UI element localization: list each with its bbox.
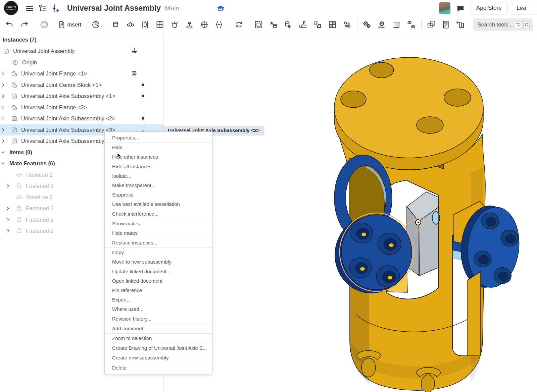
fastened-mate-button[interactable] — [108, 18, 123, 32]
context-menu-item[interactable]: Where used... — [105, 304, 212, 314]
context-menu-item[interactable]: Use best available tessellation — [105, 200, 212, 209]
tree-row-label: Origin — [22, 59, 37, 66]
context-menu-item[interactable]: Delete — [105, 363, 212, 373]
context-menu-item[interactable]: Isolate... — [105, 171, 212, 181]
context-menu-item[interactable]: Create new subassembly — [105, 353, 212, 363]
context-menu-item[interactable]: Hide mates — [105, 228, 212, 238]
dof-icon — [139, 81, 147, 89]
mate-feature-label: Revolute 1 — [26, 172, 53, 178]
chev-right-icon[interactable] — [1, 137, 10, 145]
rack-pinion-button[interactable] — [375, 18, 389, 32]
app-store-button[interactable]: App Store — [471, 2, 507, 14]
top-flange[interactable] — [334, 57, 483, 170]
mate-connector-button[interactable] — [89, 18, 103, 32]
tree-row[interactable]: Origin — [0, 57, 163, 68]
assembly-icon — [2, 47, 10, 55]
tree-row[interactable]: Universal Joint Axle Subassembly <2> — [0, 113, 163, 124]
belt-button[interactable] — [404, 18, 419, 32]
cylindrical-mate-button[interactable] — [197, 18, 212, 32]
flange-bolt-hole — [444, 89, 471, 106]
context-menu-item[interactable]: Pin reference — [105, 286, 212, 295]
context-menu-item[interactable]: Add comment — [105, 324, 212, 334]
context-menu-item[interactable]: Suppress — [105, 190, 212, 200]
chev-right-icon[interactable] — [1, 93, 10, 100]
search-tools-input[interactable]: Search tools... C — [473, 18, 533, 31]
context-menu-item[interactable]: Hide all instances — [105, 162, 212, 171]
context-menu-item[interactable]: Update linked document... — [105, 267, 212, 276]
insert-page-button[interactable]: Insert — [56, 18, 84, 32]
planar-mate-button[interactable] — [153, 18, 167, 32]
group-selection-button[interactable] — [251, 18, 266, 32]
context-menu-item[interactable]: Make transparent... — [105, 181, 212, 190]
revolute-mate-button[interactable] — [123, 18, 138, 32]
toolbar-separator — [421, 19, 422, 30]
learning-center-icon[interactable] — [216, 4, 225, 13]
chev-right-icon[interactable] — [5, 227, 15, 235]
toolbar-separator — [249, 19, 249, 30]
replicate-button[interactable] — [281, 18, 296, 32]
context-menu-item[interactable]: Check interference... — [105, 209, 212, 219]
hamburger-menu-icon[interactable] — [25, 4, 34, 13]
context-menu-item[interactable]: Open linked document — [105, 276, 212, 286]
mate-relation-button[interactable] — [232, 18, 246, 32]
chev-right-icon[interactable] — [5, 205, 15, 212]
configurations-button[interactable] — [453, 18, 468, 32]
toolbar-separator — [54, 19, 54, 30]
context-menu-item[interactable]: Create Drawing of Universal Joint Axle S… — [105, 343, 212, 353]
part-icon — [10, 70, 18, 77]
mate-feature-label: Revolute 2 — [26, 194, 53, 201]
versions-history-icon[interactable] — [38, 4, 47, 13]
origin-icon — [11, 59, 19, 66]
context-menu-item[interactable]: Properties... — [105, 133, 212, 143]
chev-right-icon[interactable] — [5, 182, 15, 190]
snap-mode-button[interactable] — [296, 18, 310, 32]
tree-row[interactable]: Universal Joint Centre Block <1> — [0, 79, 163, 91]
chev-right-icon[interactable] — [1, 81, 10, 89]
drawing-button[interactable] — [424, 18, 439, 32]
context-menu-item[interactable]: Copy — [105, 248, 212, 257]
chat-icon[interactable] — [456, 4, 465, 13]
chev-right-icon[interactable] — [1, 104, 10, 111]
bom-button[interactable] — [439, 18, 453, 32]
pattern-button[interactable] — [325, 18, 340, 32]
chevron-down-icon[interactable] — [1, 160, 9, 167]
company-logo[interactable]: EARLY UNIVERSITY — [4, 1, 18, 15]
chev-right-icon[interactable] — [1, 70, 10, 77]
workspace-name[interactable]: Main — [165, 4, 179, 12]
context-menu-item[interactable]: Export... — [105, 295, 212, 304]
mate-connector-context-button[interactable] — [266, 18, 281, 32]
tree-row[interactable]: Universal Joint Flange <1> — [0, 68, 163, 79]
learn-button[interactable]: Lea — [511, 2, 537, 14]
undo-button[interactable] — [2, 18, 17, 32]
context-menu-item[interactable]: Zoom to selection — [105, 334, 212, 343]
slider-mate-button[interactable] — [138, 18, 153, 32]
part-icon — [10, 104, 18, 111]
instances-header[interactable]: Instances (7) — [0, 34, 163, 46]
context-menu-item[interactable]: Move to new subassembly — [105, 257, 212, 267]
chev-right-icon[interactable] — [1, 126, 10, 133]
spring-button[interactable] — [389, 18, 404, 32]
tree-row[interactable]: Universal Joint Assembly — [0, 46, 163, 57]
context-menu-item[interactable]: Replace instances... — [105, 238, 212, 248]
3d-viewport[interactable] — [163, 34, 537, 392]
insert-parts-button[interactable] — [310, 18, 325, 32]
parallel-mate-button[interactable] — [212, 18, 227, 32]
pin-slot-mate-button[interactable] — [182, 18, 197, 32]
sync-button[interactable] — [37, 18, 51, 32]
tree-row[interactable]: Universal Joint Flange <2> — [0, 102, 163, 113]
search-tools-placeholder: Search tools... — [478, 21, 513, 28]
chev-right-icon[interactable] — [5, 216, 15, 223]
context-menu-item[interactable]: Hide — [105, 143, 212, 152]
ball-mate-button[interactable] — [167, 18, 182, 32]
user-avatar[interactable] — [439, 2, 450, 14]
redo-button[interactable] — [17, 18, 32, 32]
exploded-view-button[interactable] — [340, 18, 355, 32]
context-menu-item[interactable]: Show mates — [105, 219, 212, 228]
chev-right-icon[interactable] — [1, 115, 10, 122]
insert-instance-icon[interactable] — [51, 4, 60, 13]
fastened-mate-icon — [15, 182, 23, 190]
chevron-down-icon[interactable] — [1, 149, 9, 156]
context-menu-item[interactable]: Revision history... — [105, 314, 212, 324]
tree-row[interactable]: Universal Joint Axle Subassembly <1> — [0, 91, 163, 102]
gear-relation-button[interactable] — [360, 18, 375, 32]
